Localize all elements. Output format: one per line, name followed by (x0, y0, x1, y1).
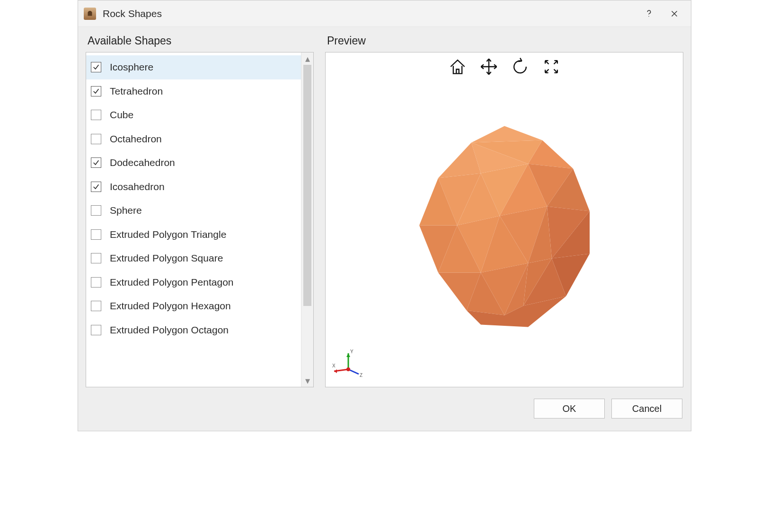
preview-viewport[interactable]: X Y Z (325, 52, 683, 387)
help-button[interactable] (636, 0, 662, 27)
list-item-label: Octahedron (110, 133, 162, 145)
list-item[interactable]: Dodecahedron (86, 151, 301, 175)
preview-label: Preview (314, 35, 366, 47)
list-item-label: Extruded Polygon Square (110, 253, 223, 264)
shapes-listbox[interactable]: IcosphereTetrahedronCubeOctahedronDodeca… (86, 52, 314, 387)
list-item[interactable]: Octahedron (86, 127, 301, 151)
list-item[interactable]: Tetrahedron (86, 79, 301, 104)
button-row: OK Cancel (86, 392, 683, 425)
list-item-label: Extruded Polygon Octagon (110, 324, 229, 336)
list-item-label: Extruded Polygon Triangle (110, 229, 226, 240)
svg-text:Z: Z (360, 373, 362, 378)
checkbox[interactable] (91, 325, 101, 335)
list-item[interactable]: Extruded Polygon Octagon (86, 318, 301, 342)
list-item[interactable]: Sphere (86, 199, 301, 223)
svg-marker-1 (471, 126, 542, 142)
list-item[interactable]: Extruded Polygon Hexagon (86, 294, 301, 318)
svg-text:X: X (332, 363, 336, 368)
available-shapes-label: Available Shapes (86, 35, 314, 47)
list-item[interactable]: Extruded Polygon Square (86, 246, 301, 270)
list-item-label: Cube (110, 109, 133, 121)
list-item-label: Dodecahedron (110, 157, 175, 168)
list-item-label: Tetrahedron (110, 86, 163, 97)
rotate-ccw-icon[interactable] (509, 55, 531, 78)
preview-model (386, 107, 623, 346)
svg-text:Y: Y (350, 349, 354, 354)
svg-marker-30 (334, 369, 337, 373)
home-icon[interactable] (446, 55, 469, 78)
checkbox[interactable] (91, 157, 101, 168)
axis-gizmo: X Y Z (331, 349, 365, 381)
checkbox[interactable] (91, 277, 101, 288)
list-item-label: Extruded Polygon Hexagon (110, 300, 231, 312)
list-item[interactable]: Cube (86, 103, 301, 127)
move-icon[interactable] (477, 55, 500, 78)
expand-icon[interactable] (540, 55, 563, 78)
list-item-label: Icosphere (110, 61, 153, 73)
checkbox[interactable] (91, 253, 101, 263)
dialog-window: Rock Shapes Available Shapes Preview Ico… (78, 0, 691, 431)
list-item[interactable]: Icosphere (86, 55, 301, 79)
list-item[interactable]: Extruded Polygon Triangle (86, 223, 301, 247)
checkbox[interactable] (91, 205, 101, 216)
dialog-content: Available Shapes Preview IcosphereTetrah… (78, 27, 691, 431)
checkbox[interactable] (91, 86, 101, 96)
list-item-label: Sphere (110, 205, 142, 216)
list-item[interactable]: Icosahedron (86, 175, 301, 199)
list-item-label: Icosahedron (110, 181, 165, 192)
scroll-up-icon[interactable]: ▴ (301, 53, 313, 64)
svg-point-0 (648, 16, 649, 16)
checkbox[interactable] (91, 134, 101, 144)
svg-marker-32 (346, 353, 350, 357)
checkbox[interactable] (91, 62, 101, 72)
scroll-thumb[interactable] (303, 65, 311, 306)
app-icon (84, 8, 96, 20)
close-button[interactable] (662, 0, 687, 27)
checkbox[interactable] (91, 182, 101, 192)
scroll-down-icon[interactable]: ▾ (301, 375, 313, 386)
window-title: Rock Shapes (103, 8, 162, 19)
checkbox[interactable] (91, 301, 101, 311)
ok-button[interactable]: OK (534, 399, 605, 419)
checkbox[interactable] (91, 110, 101, 120)
checkbox[interactable] (91, 229, 101, 240)
title-bar: Rock Shapes (78, 0, 691, 27)
list-item[interactable]: Extruded Polygon Pentagon (86, 270, 301, 295)
svg-point-34 (346, 367, 350, 371)
viewport-toolbar (326, 55, 683, 78)
list-item-label: Extruded Polygon Pentagon (110, 277, 234, 288)
cancel-button[interactable]: Cancel (611, 399, 682, 419)
scrollbar[interactable]: ▴ ▾ (301, 52, 313, 387)
